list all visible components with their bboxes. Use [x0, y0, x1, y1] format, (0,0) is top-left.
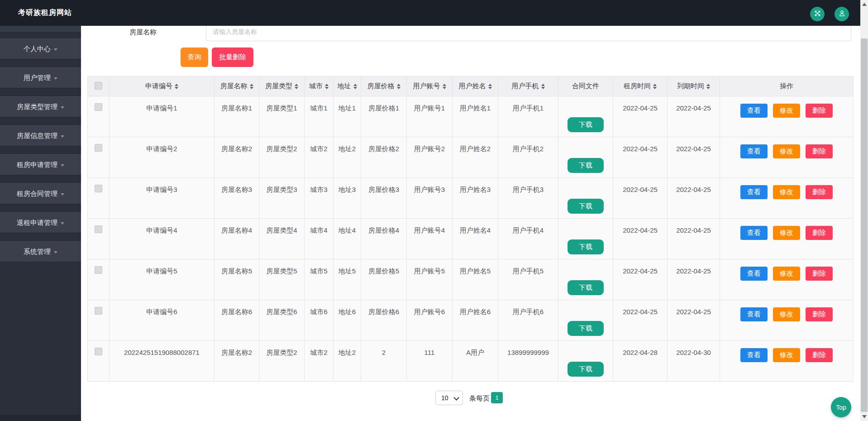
- sort-icon[interactable]: [397, 84, 401, 89]
- sort-icon[interactable]: [325, 84, 329, 89]
- sort-icon[interactable]: [250, 84, 253, 89]
- download-button[interactable]: 下载: [568, 280, 604, 295]
- table-cell: 2: [361, 341, 407, 382]
- delete-button[interactable]: 删除: [806, 144, 833, 158]
- row-checkbox[interactable]: [95, 266, 102, 274]
- download-button[interactable]: 下载: [568, 199, 604, 214]
- column-header-label: 房屋名称: [220, 82, 248, 90]
- sort-icon[interactable]: [353, 84, 357, 89]
- sort-icon[interactable]: [295, 84, 298, 89]
- download-button[interactable]: 下载: [568, 321, 604, 336]
- caret-down-icon: [54, 251, 57, 254]
- sidebar-item[interactable]: 租房合同管理: [0, 183, 81, 204]
- page-number-badge[interactable]: 1: [491, 392, 503, 403]
- column-header[interactable]: 用户手机: [498, 77, 558, 96]
- batch-delete-button[interactable]: 批量删除: [212, 48, 253, 67]
- edit-button[interactable]: 修改: [773, 226, 800, 240]
- select-all-checkbox[interactable]: [95, 82, 102, 90]
- page-size-select[interactable]: 10: [435, 391, 463, 405]
- table-cell: 用户手机1: [498, 96, 558, 137]
- table-cell: 用户账号1: [407, 96, 453, 137]
- column-header[interactable]: 租房时间: [613, 77, 668, 96]
- edit-button[interactable]: 修改: [773, 185, 800, 199]
- contract-cell: 下载: [558, 137, 613, 178]
- table-cell: 地址2: [334, 137, 361, 178]
- scroll-down-arrow-icon[interactable]: [862, 415, 867, 418]
- table-cell: 房屋价格2: [361, 137, 407, 178]
- view-button[interactable]: 查看: [740, 144, 768, 158]
- view-button[interactable]: 查看: [740, 307, 768, 321]
- row-checkbox[interactable]: [95, 103, 102, 111]
- query-button[interactable]: 查询: [181, 48, 208, 67]
- column-header[interactable]: 房屋名称: [215, 77, 259, 96]
- table-cell: 用户手机6: [498, 300, 558, 341]
- column-header[interactable]: 房屋类型: [259, 77, 305, 96]
- view-button[interactable]: 查看: [740, 348, 768, 362]
- sort-icon[interactable]: [653, 84, 657, 89]
- column-header[interactable]: 房屋价格: [361, 77, 407, 96]
- table-cell: 房屋名称2: [215, 341, 259, 382]
- row-checkbox[interactable]: [95, 144, 102, 152]
- row-checkbox[interactable]: [95, 348, 102, 355]
- download-button[interactable]: 下载: [568, 158, 604, 173]
- column-header[interactable]: 地址: [334, 77, 361, 96]
- page: 考研族租房网站 个人中心用户管理房屋类型管理房屋信息管理租房申请管理租房合同管理…: [0, 0, 868, 421]
- rent-date-cell: 2022-04-25: [613, 219, 668, 259]
- sort-icon[interactable]: [541, 84, 545, 89]
- column-header[interactable]: 用户姓名: [453, 77, 498, 96]
- delete-button[interactable]: 删除: [806, 104, 833, 118]
- sidebar-item[interactable]: 租房申请管理: [0, 154, 81, 175]
- sidebar-item[interactable]: 用户管理: [0, 67, 81, 88]
- delete-button[interactable]: 删除: [806, 267, 833, 281]
- download-button[interactable]: 下载: [568, 117, 604, 132]
- fullscreen-button[interactable]: [810, 7, 825, 21]
- table-cell: 房屋名称6: [215, 300, 259, 341]
- sidebar-item[interactable]: 个人中心: [0, 38, 81, 59]
- table-cell: 用户手机4: [498, 219, 558, 259]
- column-header[interactable]: 用户账号: [407, 77, 453, 96]
- row-checkbox[interactable]: [95, 185, 102, 192]
- actions-cell: 查看修改删除: [720, 137, 854, 178]
- delete-button[interactable]: 删除: [806, 226, 833, 240]
- table-cell: 用户账号5: [407, 259, 453, 300]
- rent-date-cell: 2022-04-25: [613, 300, 668, 341]
- download-button[interactable]: 下载: [568, 362, 604, 377]
- rent-date-cell: 2022-04-28: [613, 341, 668, 382]
- sort-icon[interactable]: [706, 84, 710, 89]
- column-header-label: 用户账号: [413, 82, 440, 90]
- edit-button[interactable]: 修改: [773, 267, 800, 281]
- row-checkbox[interactable]: [95, 307, 102, 315]
- sort-icon[interactable]: [443, 84, 446, 89]
- table-cell: 用户账号4: [407, 219, 453, 259]
- scroll-up-arrow-icon[interactable]: [862, 3, 867, 6]
- view-button[interactable]: 查看: [740, 226, 768, 240]
- view-button[interactable]: 查看: [740, 185, 768, 199]
- sidebar-item[interactable]: 房屋信息管理: [0, 125, 81, 146]
- view-button[interactable]: 查看: [740, 267, 768, 281]
- delete-button[interactable]: 删除: [806, 307, 833, 321]
- actions-cell: 查看修改删除: [720, 341, 854, 382]
- scrollbar[interactable]: [860, 0, 868, 421]
- edit-button[interactable]: 修改: [773, 144, 800, 158]
- user-menu-button[interactable]: [835, 7, 849, 21]
- back-to-top-button[interactable]: Top: [831, 397, 851, 417]
- edit-button[interactable]: 修改: [773, 104, 800, 118]
- edit-button[interactable]: 修改: [773, 348, 800, 362]
- view-button[interactable]: 查看: [740, 104, 768, 118]
- row-checkbox[interactable]: [95, 225, 102, 233]
- delete-button[interactable]: 删除: [806, 185, 833, 199]
- sort-icon[interactable]: [175, 84, 178, 89]
- column-header[interactable]: 到期时间: [668, 77, 720, 96]
- download-button[interactable]: 下载: [568, 239, 604, 254]
- sidebar-item[interactable]: 退租申请管理: [0, 212, 81, 233]
- column-header[interactable]: 城市: [305, 77, 334, 96]
- sidebar-item[interactable]: 系统管理: [0, 241, 81, 262]
- table-cell: 地址1: [334, 96, 361, 137]
- app-title: 考研族租房网站: [18, 8, 72, 18]
- scrollbar-thumb[interactable]: [861, 38, 868, 412]
- delete-button[interactable]: 删除: [806, 348, 833, 362]
- sidebar-item[interactable]: 房屋类型管理: [0, 96, 81, 117]
- sort-icon[interactable]: [488, 84, 492, 89]
- column-header[interactable]: 申请编号: [110, 77, 215, 96]
- edit-button[interactable]: 修改: [773, 307, 800, 321]
